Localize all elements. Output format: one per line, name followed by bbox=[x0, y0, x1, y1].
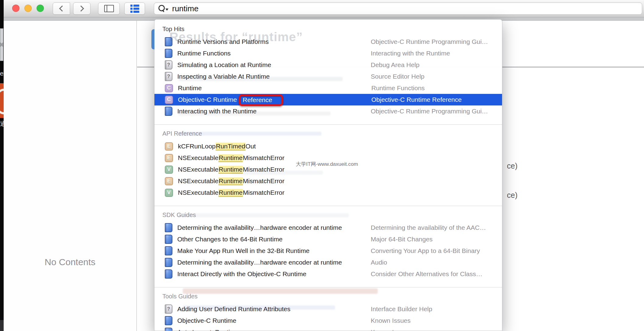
sidebar-empty-label: No Contents bbox=[4, 257, 136, 267]
result-label: Runtime Functions bbox=[177, 50, 371, 57]
result-label: NSExecutableRuntimeMismatchError bbox=[178, 154, 371, 162]
result-detail: Source Editor Help bbox=[371, 73, 495, 80]
desktop-dock-fragment bbox=[0, 320, 4, 331]
desktop-text-fragment: 通 bbox=[0, 120, 4, 128]
list-icon bbox=[130, 5, 139, 13]
result-detail: Known Issues bbox=[371, 329, 495, 331]
minimize-button[interactable] bbox=[24, 5, 32, 12]
table-of-contents-button[interactable] bbox=[124, 2, 145, 15]
zoom-button[interactable] bbox=[37, 5, 44, 12]
search-result-row[interactable]: Inspecting a Variable At RuntimeSource E… bbox=[154, 71, 502, 82]
book-blue-icon bbox=[165, 258, 172, 267]
result-detail: Consider Other Alternatives for Class… bbox=[371, 270, 495, 278]
search-result-row[interactable]: Runtime FunctionsInteracting with the Ru… bbox=[154, 48, 502, 59]
section-title: SDK Guides bbox=[162, 211, 502, 219]
class-c-icon: C bbox=[165, 96, 173, 104]
search-result-row[interactable]: Determining the availability…hardware en… bbox=[154, 257, 502, 268]
contents-sidebar: No Contents bbox=[4, 21, 137, 331]
search-input[interactable] bbox=[170, 4, 642, 13]
search-result-row[interactable]: Auto Layout: RuntimeKnown Issues bbox=[154, 326, 502, 331]
var-v-icon: V bbox=[165, 166, 173, 174]
result-detail: Objective-C Runtime Programming Gui… bbox=[371, 38, 495, 45]
forward-button[interactable] bbox=[73, 2, 90, 15]
search-term-highlight: Runtime bbox=[218, 189, 243, 197]
search-result-row[interactable]: Adding User Defined Runtime AttributesIn… bbox=[154, 303, 502, 315]
book-blue-icon bbox=[165, 37, 172, 46]
book-question-icon bbox=[165, 60, 172, 69]
result-label: Objective-C Runtime Reference bbox=[178, 96, 371, 103]
result-detail: Interface Builder Help bbox=[371, 305, 495, 313]
book-question-icon bbox=[165, 72, 172, 81]
desktop-text-fragment: es bbox=[0, 70, 4, 77]
result-label: Interact Directly with the Objective-C R… bbox=[177, 270, 371, 278]
result-label: Interacting with the Runtime bbox=[177, 108, 371, 115]
search-result-row[interactable]: EkCFRunLoopRunTimedOut bbox=[154, 141, 502, 152]
window-toolbar bbox=[4, 0, 644, 17]
close-button[interactable] bbox=[12, 5, 19, 12]
search-result-row[interactable]: Interact Directly with the Objective-C R… bbox=[154, 268, 502, 280]
desktop-edge-strip: es 通 bbox=[0, 0, 4, 331]
enum-e-icon: E bbox=[165, 154, 173, 162]
result-detail: Audio bbox=[371, 259, 495, 266]
search-results-dropdown: Top HitsRuntime Versions and PlatformsOb… bbox=[154, 19, 502, 331]
book-blue-icon bbox=[165, 235, 172, 244]
search-term-highlight: Runtime bbox=[218, 154, 243, 162]
result-label: Simulating a Location at Runtime bbox=[177, 61, 371, 69]
result-label: Auto Layout: Runtime bbox=[177, 329, 371, 331]
result-detail: Known Issues bbox=[371, 317, 495, 324]
book-blue-icon bbox=[165, 49, 172, 58]
search-result-row[interactable]: VNSExecutableRuntimeMismatchError bbox=[154, 164, 502, 175]
book-question-icon bbox=[165, 304, 172, 314]
search-icon bbox=[158, 5, 167, 12]
toggle-sidebar-button[interactable] bbox=[98, 2, 120, 15]
search-result-row[interactable]: Simulating a Location at RuntimeDebug Ar… bbox=[154, 59, 502, 71]
result-detail: Interacting with the Runtime bbox=[371, 50, 495, 57]
search-term-highlight: Runtime bbox=[218, 177, 243, 185]
search-result-row[interactable]: ENSExecutableRuntimeMismatchError bbox=[154, 152, 502, 164]
result-label: Determining the availability…hardware en… bbox=[177, 224, 371, 231]
annotation-red-box: Reference bbox=[239, 94, 283, 106]
section-divider bbox=[154, 287, 502, 287]
search-result-row[interactable]: VNSExecutableRuntimeMismatchError bbox=[154, 187, 502, 198]
search-field[interactable] bbox=[154, 2, 642, 15]
search-result-row[interactable]: CRuntimeRuntime Functions bbox=[154, 82, 502, 94]
result-label: Adding User Defined Runtime Attributes bbox=[177, 305, 371, 313]
result-detail: Determining the availability of the AAC… bbox=[371, 224, 495, 231]
result-detail: Converting Your App to a 64-Bit Binary bbox=[371, 247, 495, 254]
class-c-icon: C bbox=[165, 84, 173, 92]
book-blue-icon bbox=[165, 316, 172, 325]
search-term-highlight: RunTimed bbox=[216, 143, 246, 151]
enum-e-icon: E bbox=[165, 142, 173, 151]
search-result-row[interactable]: Objective-C RuntimeKnown Issues bbox=[154, 315, 502, 326]
search-result-row[interactable]: Interacting with the RuntimeObjective-C … bbox=[154, 105, 502, 117]
search-result-row[interactable]: Determining the availability…hardware en… bbox=[154, 222, 502, 233]
truncated-page-text: ce) bbox=[507, 191, 518, 200]
result-detail: Objective-C Runtime Programming Gui… bbox=[371, 108, 495, 115]
section-title: Top Hits bbox=[162, 25, 502, 33]
section-divider bbox=[154, 206, 502, 206]
book-blue-icon bbox=[165, 246, 172, 255]
result-label: NSExecutableRuntimeMismatchError bbox=[178, 177, 371, 185]
result-detail: Runtime Functions bbox=[371, 84, 495, 92]
back-button[interactable] bbox=[53, 2, 70, 15]
result-label: Inspecting a Variable At Runtime bbox=[177, 73, 371, 80]
result-label: Objective-C Runtime bbox=[177, 317, 371, 324]
search-result-row[interactable]: CObjective-C Runtime ReferenceObjective-… bbox=[154, 94, 502, 105]
result-label: Determining the availability…hardware en… bbox=[177, 259, 371, 266]
result-label: Other Changes to the 64-Bit Runtime bbox=[177, 236, 371, 243]
truncated-page-text: ce) bbox=[507, 162, 518, 170]
search-result-row[interactable]: ENSExecutableRuntimeMismatchError bbox=[154, 175, 502, 187]
book-blue-icon bbox=[165, 269, 172, 279]
result-label: NSExecutableRuntimeMismatchError bbox=[178, 189, 371, 196]
book-blue-icon bbox=[165, 223, 172, 232]
section-divider bbox=[154, 124, 502, 125]
result-label: kCFRunLoopRunTimedOut bbox=[178, 143, 371, 150]
search-result-row[interactable]: Make Your App Run Well in the 32-Bit Run… bbox=[154, 245, 502, 257]
search-result-row[interactable]: Other Changes to the 64-Bit RuntimeMajor… bbox=[154, 233, 502, 245]
search-result-row[interactable]: Runtime Versions and PlatformsObjective-… bbox=[154, 36, 502, 48]
section-title: Tools Guides bbox=[162, 292, 502, 300]
result-label: Make Your App Run Well in the 32-Bit Run… bbox=[177, 247, 371, 254]
book-blue-icon bbox=[165, 328, 172, 331]
desktop-placeholder-icon bbox=[0, 28, 3, 61]
section-title: API Reference bbox=[162, 130, 502, 137]
